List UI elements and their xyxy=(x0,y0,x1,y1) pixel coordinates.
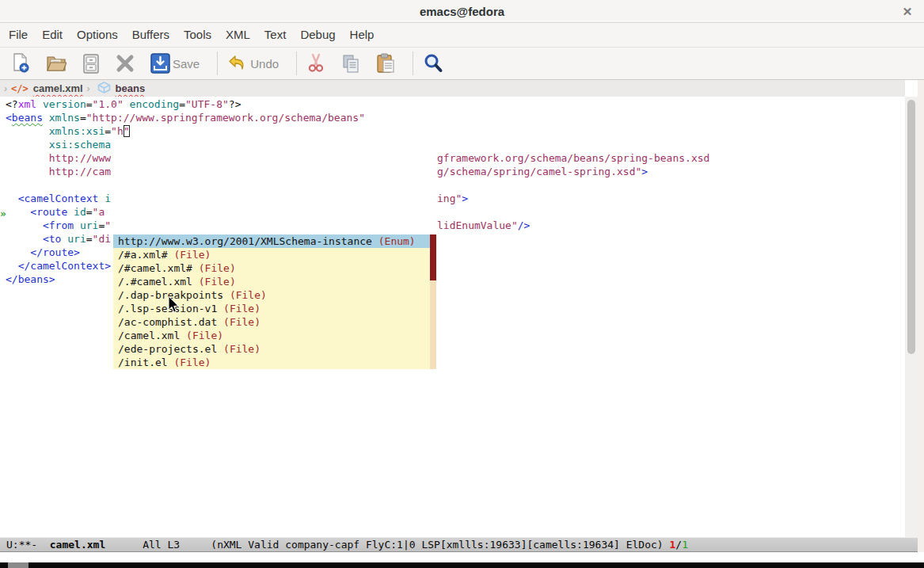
popup-scrollbar[interactable] xyxy=(430,234,436,369)
code-token: lidEnumValue" xyxy=(437,219,518,231)
echo-area[interactable] xyxy=(0,552,924,562)
completion-kind-annotation: (File) xyxy=(223,303,260,314)
paste-button[interactable] xyxy=(376,53,395,74)
completion-kind-annotation: (Enum) xyxy=(378,235,416,247)
code-token xyxy=(6,139,49,151)
toolbar-separator xyxy=(413,51,413,75)
completion-item[interactable]: /init.el (File) xyxy=(113,356,430,369)
window-title: emacs@fedora xyxy=(420,5,504,18)
completion-item[interactable]: /camel.xml (File) xyxy=(113,329,430,342)
popup-scrollbar-thumb[interactable] xyxy=(430,234,436,280)
modeline-segment: U:**- xyxy=(6,539,50,551)
dired-button[interactable] xyxy=(82,54,100,74)
code-token: <from xyxy=(43,219,74,231)
completion-kind-annotation: (File) xyxy=(186,330,223,341)
completion-kind-annotation: (File) xyxy=(173,249,211,261)
modeline-segment: 1 xyxy=(682,539,688,551)
code-line: <from uri=" xyxy=(6,219,111,232)
menu-options[interactable]: Options xyxy=(70,23,125,47)
code-token: xmlns xyxy=(49,112,80,124)
completion-label: /#a.xml# xyxy=(118,249,173,261)
completion-item[interactable]: /.#camel.xml (File) xyxy=(113,275,430,288)
menu-text[interactable]: Text xyxy=(257,23,294,47)
screen-bottom-edge xyxy=(0,562,924,568)
cut-button[interactable] xyxy=(306,53,325,74)
open-file-button[interactable] xyxy=(46,54,67,73)
completion-item[interactable]: /#camel.xml# (File) xyxy=(113,261,430,275)
completion-popup: http://www.w3.org/2001/XMLSchema-instanc… xyxy=(113,234,436,369)
completion-label: /.#camel.xml xyxy=(118,276,199,288)
code-token: xsi:schema xyxy=(49,139,111,151)
code-token: <? xyxy=(6,98,18,110)
menu-xml[interactable]: XML xyxy=(219,23,257,47)
code-token: = xyxy=(179,98,185,110)
menu-bar: FileEditOptionsBuffersToolsXMLTextDebugH… xyxy=(0,23,924,48)
completion-label: /ac-comphist.dat xyxy=(118,316,223,328)
code-token: " xyxy=(105,219,111,231)
copy-button[interactable] xyxy=(341,54,360,74)
search-button[interactable] xyxy=(423,53,443,74)
code-token: gframework.org/schema/beans/spring-beans… xyxy=(437,152,709,164)
completion-label: http://www.w3.org/2001/XMLSchema-instanc… xyxy=(118,235,378,247)
code-token xyxy=(43,112,49,124)
code-token: </route> xyxy=(30,246,80,258)
chevron-right-icon: › xyxy=(0,83,11,94)
code-token xyxy=(6,219,43,231)
code-token xyxy=(124,98,130,110)
completion-item[interactable]: /.lsp-session-v1 (File) xyxy=(113,302,430,315)
menu-edit[interactable]: Edit xyxy=(35,23,70,47)
mode-line[interactable]: U:**- camel.xml All L3 (nXML Valid compa… xyxy=(0,537,918,552)
breadcrumb-file[interactable]: camel.xml xyxy=(33,82,83,94)
menu-buffers[interactable]: Buffers xyxy=(125,23,177,47)
window-scrollbar-thumb[interactable] xyxy=(907,100,915,354)
code-token: > xyxy=(462,193,468,204)
modeline-segment: / xyxy=(675,539,682,551)
undo-arrow-icon xyxy=(227,54,248,73)
save-button[interactable]: Save xyxy=(150,53,200,74)
code-token: beans xyxy=(12,112,43,124)
code-line: xmlns:xsi="h" xyxy=(6,124,130,138)
code-token: <route xyxy=(30,206,67,218)
completion-item-selected[interactable]: http://www.w3.org/2001/XMLSchema-instanc… xyxy=(113,234,430,248)
code-token: <camelContext xyxy=(18,193,99,204)
menu-debug[interactable]: Debug xyxy=(293,23,342,47)
undo-button[interactable]: Undo xyxy=(227,54,279,73)
completion-kind-annotation: (File) xyxy=(223,343,260,355)
code-line: xsi:schema xyxy=(6,138,111,151)
text-cursor: " xyxy=(124,125,130,137)
code-token xyxy=(67,206,74,218)
code-token: http://www xyxy=(49,152,111,164)
code-token: "UTF-8" xyxy=(185,98,229,110)
code-token: ing" xyxy=(437,193,462,204)
new-file-icon xyxy=(11,53,30,74)
undo-button-label: Undo xyxy=(250,57,279,71)
completion-item[interactable]: /ac-comphist.dat (File) xyxy=(113,315,430,329)
code-token: = xyxy=(105,125,111,137)
breadcrumb-node[interactable]: beans xyxy=(116,82,146,94)
code-line: http://cam xyxy=(6,165,111,178)
close-window-icon[interactable]: ✕ xyxy=(899,3,916,21)
menu-tools[interactable]: Tools xyxy=(177,23,219,47)
paste-clipboard-icon xyxy=(376,53,395,74)
editor-buffer[interactable]: » <?xml version="1.0" encoding="UTF-8"?>… xyxy=(0,97,905,537)
code-token: "1.0" xyxy=(93,98,124,110)
completion-item[interactable]: /ede-projects.el (File) xyxy=(113,342,430,356)
code-line: <to uri="di xyxy=(6,232,111,246)
code-token xyxy=(6,233,43,245)
code-token: = xyxy=(86,98,93,110)
code-token: encoding xyxy=(130,98,180,110)
modeline-segment: All L3 (nXML Valid company-capf FlyC:1|0… xyxy=(105,539,669,551)
code-token: = xyxy=(80,112,86,124)
window-right-edge xyxy=(918,80,924,562)
menu-help[interactable]: Help xyxy=(343,23,382,47)
completion-item[interactable]: /#a.xml# (File) xyxy=(113,248,430,261)
code-token: ?> xyxy=(229,98,241,110)
completion-kind-annotation: (File) xyxy=(199,262,236,274)
code-token: /> xyxy=(518,219,530,231)
new-file-button[interactable] xyxy=(11,53,30,74)
menu-file[interactable]: File xyxy=(2,23,35,47)
completion-item[interactable]: /.dap-breakpoints (File) xyxy=(113,288,430,302)
code-token: = xyxy=(86,206,93,218)
mouse-cursor xyxy=(168,296,180,317)
close-buffer-button[interactable] xyxy=(116,54,135,73)
